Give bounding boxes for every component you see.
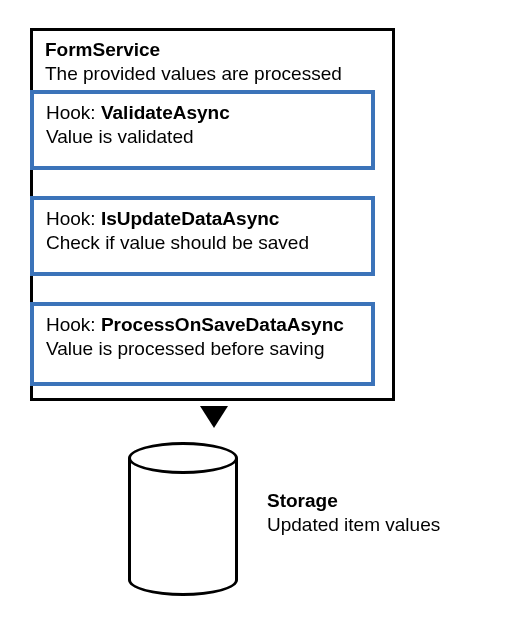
hook-name: ValidateAsync	[101, 102, 230, 123]
arrow-down-icon	[200, 406, 228, 428]
cylinder-body	[128, 458, 238, 580]
formservice-header: FormService The provided values are proc…	[45, 39, 342, 85]
hook-prefix: Hook:	[46, 314, 101, 335]
hook-title: Hook: ProcessOnSaveDataAsync	[46, 314, 359, 336]
storage-subtitle: Updated item values	[267, 514, 440, 536]
hook-prefix: Hook:	[46, 102, 101, 123]
hook-desc: Check if value should be saved	[46, 232, 359, 254]
cylinder-top	[128, 442, 238, 474]
hook-desc: Value is processed before saving	[46, 338, 359, 360]
storage-label: Storage Updated item values	[267, 490, 440, 536]
hook-title: Hook: IsUpdateDataAsync	[46, 208, 359, 230]
hook-prefix: Hook:	[46, 208, 101, 229]
hook-isupdate: Hook: IsUpdateDataAsync Check if value s…	[30, 196, 375, 276]
formservice-title: FormService	[45, 39, 342, 61]
hook-title: Hook: ValidateAsync	[46, 102, 359, 124]
hook-processonsave: Hook: ProcessOnSaveDataAsync Value is pr…	[30, 302, 375, 386]
hook-validate: Hook: ValidateAsync Value is validated	[30, 90, 375, 170]
hook-desc: Value is validated	[46, 126, 359, 148]
formservice-subtitle: The provided values are processed	[45, 63, 342, 85]
hook-name: IsUpdateDataAsync	[101, 208, 279, 229]
storage-cylinder-icon	[128, 442, 238, 596]
hook-name: ProcessOnSaveDataAsync	[101, 314, 344, 335]
storage-title: Storage	[267, 490, 440, 512]
cylinder-mask	[131, 564, 235, 580]
